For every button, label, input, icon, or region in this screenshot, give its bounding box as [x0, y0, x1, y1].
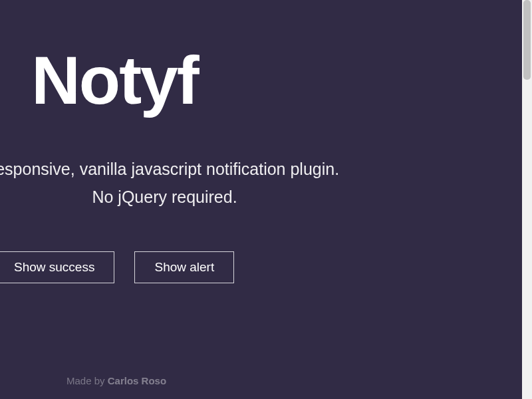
tagline-line1: responsive, vanilla javascript notificat… — [0, 160, 339, 178]
tagline-line2: No jQuery required. — [0, 184, 522, 210]
main-content: Notyf responsive, vanilla javascript not… — [0, 0, 522, 283]
scrollbar-thumb[interactable] — [523, 0, 531, 80]
page-title: Notyf — [0, 47, 522, 114]
show-success-button[interactable]: Show success — [0, 251, 114, 283]
footer-author-link[interactable]: Carlos Roso — [108, 375, 166, 386]
show-alert-button[interactable]: Show alert — [134, 251, 234, 283]
scrollbar-track[interactable] — [522, 0, 532, 399]
footer: Made by Carlos Roso — [66, 375, 166, 386]
button-group: Show success Show alert — [0, 251, 522, 283]
footer-prefix: Made by — [66, 375, 108, 386]
tagline: responsive, vanilla javascript notificat… — [0, 156, 522, 210]
